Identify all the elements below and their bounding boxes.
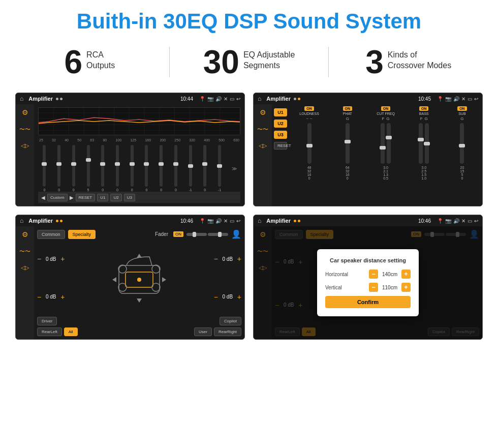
cross-spk-icon[interactable]: ◁▷ (259, 142, 267, 149)
copilot-btn[interactable]: Copilot (220, 317, 241, 325)
horizontal-value: 140cm (380, 272, 399, 277)
u1-button[interactable]: U1 (274, 108, 287, 116)
page-title: Buith-in 30EQ DSP Sound System (0, 0, 498, 39)
eq-next-btn[interactable]: ▶ (70, 195, 74, 200)
screen-crossover: ⌂ Amplifier 10:45 📍 📷 🔊 ✕ ▭ ↩ ⚙ 〜〜 ◁▷ (253, 93, 483, 206)
vertical-plus-btn[interactable]: + (401, 283, 411, 292)
speaker-icon[interactable]: ◁▷ (21, 142, 29, 149)
u2-button[interactable]: U2 (274, 120, 287, 128)
cross-loc-icon: 📍 (437, 96, 443, 102)
vertical-minus-btn[interactable]: − (369, 283, 378, 292)
eq-slider-0: 0 (38, 145, 51, 192)
cutfreq-slider-g[interactable] (387, 123, 391, 164)
vol-bl-minus[interactable]: − (37, 293, 41, 301)
sub-on[interactable]: ON (457, 106, 467, 111)
fader-slider-group (186, 233, 228, 236)
eq-u2-btn[interactable]: U2 (110, 194, 121, 201)
rearright-btn[interactable]: RearRight (214, 327, 241, 336)
stat-rca-text: RCA Outputs (86, 46, 115, 71)
eq-reset-btn[interactable]: RESET (76, 194, 96, 201)
fader-back-icon: ↩ (236, 218, 240, 224)
fader-wave-icon[interactable]: 〜〜 (19, 248, 30, 255)
sub-label: SUB (458, 112, 465, 115)
dialog-box: Car speaker distance setting Horizontal … (317, 249, 419, 316)
eq-prev-btn[interactable]: ◀ (41, 195, 45, 200)
cutfreq-on[interactable]: ON (381, 106, 391, 111)
horizontal-minus-btn[interactable]: − (369, 270, 378, 279)
vol-tl-plus[interactable]: + (60, 255, 65, 263)
common-btn[interactable]: Common (37, 230, 65, 239)
eq-content: ⚙ 〜〜 ◁▷ (16, 104, 244, 206)
vol-br-minus[interactable]: − (214, 293, 218, 301)
stat-crossover: 3 Kinds of Crossover Modes (339, 46, 478, 78)
u3-button[interactable]: U3 (274, 131, 287, 139)
eq-u3-btn[interactable]: U3 (124, 194, 135, 201)
cross-reset-btn[interactable]: RESET (274, 142, 287, 150)
stat-eq-text: EQ Adjustable Segments (243, 46, 295, 71)
fader-spk-icon[interactable]: ◁▷ (21, 264, 29, 271)
eq-slider-3: 5 (82, 145, 95, 192)
cross-x-icon: ✕ (461, 96, 465, 102)
driver-btn[interactable]: Driver (37, 317, 57, 325)
cross-side-icons: ⚙ 〜〜 ◁▷ (254, 104, 272, 206)
rearleft-btn[interactable]: RearLeft (37, 327, 62, 336)
vol-bl-plus[interactable]: + (60, 293, 65, 301)
eq-u1-btn[interactable]: U1 (97, 194, 108, 201)
vol-tl-minus[interactable]: − (37, 255, 41, 263)
loudness-sub: ~~ (306, 116, 312, 121)
fader-eq-icon[interactable]: ⚙ (22, 230, 28, 238)
dlg-loc-icon: 📍 (437, 218, 443, 224)
vol-bl-val: 0 dB (43, 294, 58, 300)
specialty-btn[interactable]: Specialty (68, 230, 96, 239)
bass-slider-f[interactable] (419, 123, 423, 164)
vol-br-plus[interactable]: + (237, 293, 241, 301)
vertical-ctrl: − 110cm + (369, 283, 411, 292)
phat-slider[interactable] (346, 123, 350, 164)
eq-side-icons: ⚙ 〜〜 ◁▷ (16, 104, 34, 206)
cross-wave-icon[interactable]: 〜〜 (257, 126, 268, 133)
wave-icon[interactable]: 〜〜 (19, 126, 30, 133)
back-icon: ↩ (236, 96, 240, 102)
vol-tr-minus[interactable]: − (214, 255, 218, 263)
all-btn[interactable]: All (64, 327, 78, 336)
fader-left-vols: − 0 dB + − 0 dB + (37, 241, 65, 315)
eq-slider-end: ≫ (228, 145, 240, 192)
eq-custom-btn[interactable]: Custom (47, 194, 68, 201)
bass-fg: FG (420, 116, 428, 121)
sub-slider[interactable] (460, 123, 464, 164)
cutfreq-sliders (381, 122, 391, 165)
person-icon[interactable]: 👤 (231, 229, 241, 239)
loudness-label: LOUDNESS (299, 112, 319, 115)
fader-vol-icon: 🔊 (215, 218, 222, 224)
bass-slider-g[interactable] (425, 123, 429, 164)
dlg-x-icon: ✕ (461, 218, 465, 224)
fader-label-text: Fader (155, 231, 168, 237)
eq-icon[interactable]: ⚙ (22, 108, 28, 116)
bass-on[interactable]: ON (419, 106, 429, 111)
horizontal-plus-btn[interactable]: + (401, 270, 411, 279)
fader-bat-icon: ▭ (230, 218, 234, 224)
fader-on-badge[interactable]: ON (173, 231, 183, 237)
loudness-slider[interactable] (307, 123, 312, 164)
dialog-title: Car speaker distance setting (325, 257, 411, 263)
cross-eq-icon[interactable]: ⚙ (260, 108, 266, 116)
home-icon-2[interactable]: ⌂ (258, 95, 261, 102)
confirm-button[interactable]: Confirm (325, 296, 411, 308)
fader-cam-icon: 📷 (207, 218, 213, 224)
phat-on[interactable]: ON (343, 106, 353, 111)
user-btn[interactable]: User (194, 327, 212, 336)
dlg-home-icon[interactable]: ⌂ (258, 217, 261, 224)
fader-status-bar: ⌂ Amplifier 10:46 📍 📷 🔊 ✕ ▭ ↩ (16, 215, 244, 226)
eq-status-icons: 📍 📷 🔊 ✕ ▭ ↩ (199, 96, 240, 102)
loudness-on[interactable]: ON (304, 106, 314, 111)
dlg-bat-icon: ▭ (468, 218, 472, 224)
cross-status-bar: ⌂ Amplifier 10:45 📍 📷 🔊 ✕ ▭ ↩ (254, 93, 482, 104)
fader-home-icon[interactable]: ⌂ (20, 217, 23, 224)
fader-time: 10:46 (180, 218, 193, 224)
cutfreq-slider-f[interactable] (381, 123, 385, 164)
fader-x-icon: ✕ (224, 218, 228, 224)
svg-point-18 (137, 278, 141, 282)
vol-tr-plus[interactable]: + (237, 255, 241, 263)
eq-main-area: 25 32 40 50 63 80 100 125 160 200 250 32… (34, 104, 244, 206)
home-icon[interactable]: ⌂ (20, 95, 23, 102)
